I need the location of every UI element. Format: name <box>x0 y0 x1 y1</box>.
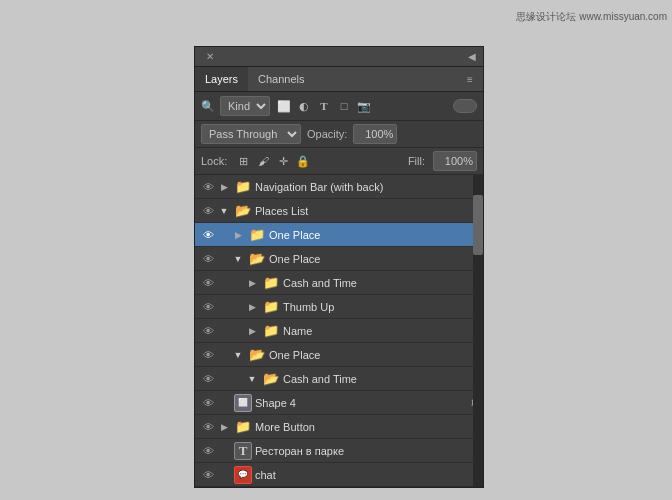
expand-arrow[interactable]: ▼ <box>217 204 231 218</box>
scrollbar-thumb[interactable] <box>473 195 483 255</box>
layer-name: Shape 4 <box>255 397 467 409</box>
expand-arrow-indent1[interactable]: ▶ <box>231 228 245 242</box>
folder-icon: 📁 <box>262 322 280 340</box>
filter-kind-icon: 🔍 <box>201 100 215 113</box>
layer-name: Places List <box>255 205 479 217</box>
eye-icon[interactable]: 👁 <box>199 274 217 292</box>
folder-icon: 📁 <box>234 178 252 196</box>
expand-arrow-indent2a[interactable]: ▶ <box>245 276 259 290</box>
lock-label: Lock: <box>201 155 227 167</box>
filter-toggle[interactable] <box>453 99 477 113</box>
layers-list: 👁 ▶ 📁 Navigation Bar (with back) 👁 ▼ 📂 P… <box>195 175 483 487</box>
eye-icon[interactable]: 👁 <box>199 370 217 388</box>
layer-item[interactable]: 👁 ▼ 📂 One Place <box>195 343 483 367</box>
folder-icon: 📁 <box>262 298 280 316</box>
lock-move-icon[interactable]: ✛ <box>275 153 291 169</box>
eye-icon[interactable]: 👁 <box>199 178 217 196</box>
expand-arrow[interactable]: ▶ <box>217 180 231 194</box>
layer-name: Name <box>283 325 479 337</box>
panel-menu-icon[interactable]: ≡ <box>461 70 479 88</box>
layer-name: More Button <box>255 421 479 433</box>
eye-icon[interactable]: 👁 <box>199 442 217 460</box>
layer-name: Cash and Time <box>283 373 479 385</box>
folder-icon: 📁 <box>262 274 280 292</box>
tab-layers[interactable]: Layers <box>195 67 248 91</box>
text-thumb: T <box>234 442 252 460</box>
layer-item[interactable]: 👁 ▶ 📁 Thumb Up <box>195 295 483 319</box>
expand-arrow-indent2b[interactable]: ▶ <box>245 300 259 314</box>
layers-panel: ✕ ◀ Layers Channels ≡ 🔍 Kind ⬜ ◐ T □ 📷 P… <box>194 46 484 488</box>
eye-icon[interactable]: 👁 <box>199 394 217 412</box>
folder-icon: 📁 <box>234 418 252 436</box>
type-filter-icon[interactable]: T <box>315 97 333 115</box>
layer-name: Ресторан в парке <box>255 445 479 457</box>
folder-icon: 📂 <box>248 250 266 268</box>
folder-icon: 📂 <box>262 370 280 388</box>
blending-row: Pass Through Opacity: <box>195 121 483 148</box>
folder-icon: 📂 <box>234 202 252 220</box>
panel-tabs: Layers Channels <box>195 67 315 91</box>
expand-arrow-indent2d[interactable]: ▼ <box>245 372 259 386</box>
eye-icon[interactable]: 👁 <box>199 418 217 436</box>
layer-name: chat <box>255 469 479 481</box>
layer-item[interactable]: 👁 ▼ 📂 One Place <box>195 247 483 271</box>
tab-channels[interactable]: Channels <box>248 67 314 91</box>
layer-item[interactable]: 👁 ▶ 📁 More Button <box>195 415 483 439</box>
shape-thumb: ⬜ <box>234 394 252 412</box>
eye-icon[interactable]: 👁 <box>199 298 217 316</box>
layer-name: Navigation Bar (with back) <box>255 181 479 193</box>
layer-item[interactable]: 👁 ▶ 📁 Name <box>195 319 483 343</box>
expand-arrow-more[interactable]: ▶ <box>217 420 231 434</box>
filter-icons: ⬜ ◐ T □ 📷 <box>275 97 373 115</box>
smart-thumb: 💬 <box>234 466 252 484</box>
layer-item[interactable]: 👁 ⬜ Shape 4 fx <box>195 391 483 415</box>
fill-label: Fill: <box>408 155 425 167</box>
folder-icon: 📁 <box>248 226 266 244</box>
blend-mode-select[interactable]: Pass Through <box>201 124 301 144</box>
smart-filter-icon[interactable]: 📷 <box>355 97 373 115</box>
pixel-filter-icon[interactable]: ⬜ <box>275 97 293 115</box>
layer-item[interactable]: 👁 ▶ 📁 Cash and Time <box>195 271 483 295</box>
adjustment-filter-icon[interactable]: ◐ <box>295 97 313 115</box>
eye-icon[interactable]: 👁 <box>199 250 217 268</box>
layer-item[interactable]: 👁 ▶ 📁 Navigation Bar (with back) <box>195 175 483 199</box>
layer-item[interactable]: 👁 ▼ 📂 Places List <box>195 199 483 223</box>
expand-arrow-indent2c[interactable]: ▶ <box>245 324 259 338</box>
eye-icon[interactable]: 👁 <box>199 202 217 220</box>
layer-name: One Place <box>269 253 479 265</box>
lock-row: Lock: ⊞ 🖌 ✛ 🔒 Fill: <box>195 148 483 175</box>
opacity-input[interactable] <box>353 124 397 144</box>
kind-select[interactable]: Kind <box>220 96 270 116</box>
expand-arrow-indent1c[interactable]: ▼ <box>231 348 245 362</box>
fill-input[interactable] <box>433 151 477 171</box>
shape-filter-icon[interactable]: □ <box>335 97 353 115</box>
panel-header: Layers Channels ≡ <box>195 67 483 92</box>
scrollbar-track[interactable] <box>473 175 483 487</box>
lock-paint-icon[interactable]: 🖌 <box>255 153 271 169</box>
opacity-label: Opacity: <box>307 128 347 140</box>
folder-icon: 📂 <box>248 346 266 364</box>
close-button[interactable]: ✕ <box>203 50 217 64</box>
lock-pixels-icon[interactable]: ⊞ <box>235 153 251 169</box>
lock-all-icon[interactable]: 🔒 <box>295 153 311 169</box>
panel-title-bar: ✕ ◀ <box>195 47 483 67</box>
layer-item[interactable]: 👁 ▼ 📂 Cash and Time <box>195 367 483 391</box>
layer-name: Cash and Time <box>283 277 479 289</box>
eye-icon[interactable]: 👁 <box>199 346 217 364</box>
expand-arrow-indent1b[interactable]: ▼ <box>231 252 245 266</box>
watermark: 思缘设计论坛 www.missyuan.com <box>516 10 667 24</box>
eye-icon[interactable]: 👁 <box>199 322 217 340</box>
layer-item[interactable]: 👁 💬 chat <box>195 463 483 487</box>
layer-name: One Place <box>269 229 479 241</box>
layer-name: Thumb Up <box>283 301 479 313</box>
layer-name: One Place <box>269 349 479 361</box>
layer-item[interactable]: 👁 ▶ 📁 One Place <box>195 223 483 247</box>
filter-toolbar: 🔍 Kind ⬜ ◐ T □ 📷 <box>195 92 483 121</box>
eye-icon[interactable]: 👁 <box>199 466 217 484</box>
collapse-button[interactable]: ◀ <box>465 50 479 64</box>
layer-item[interactable]: 👁 T Ресторан в парке <box>195 439 483 463</box>
eye-icon[interactable]: 👁 <box>199 226 217 244</box>
